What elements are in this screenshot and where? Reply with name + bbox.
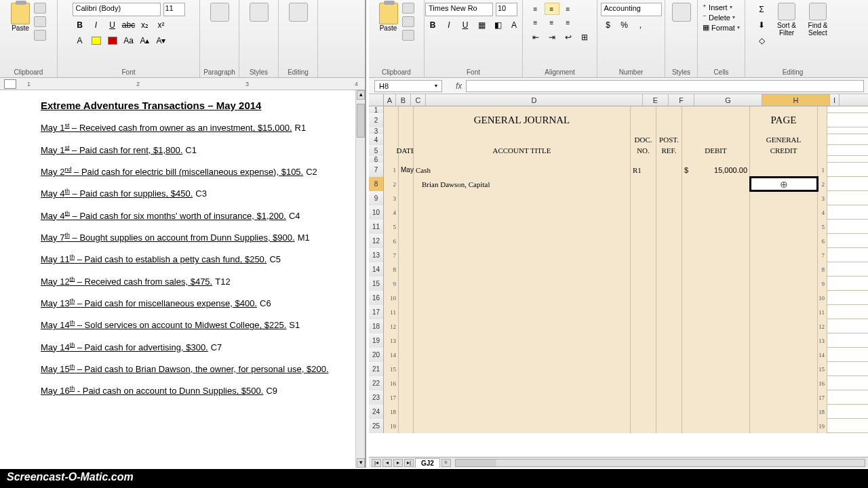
grid-cell[interactable]: 7	[818, 248, 827, 262]
grid-cell[interactable]	[384, 106, 399, 113]
grid-cell[interactable]	[399, 134, 414, 145]
grid-cell[interactable]	[656, 305, 682, 319]
grid-cell[interactable]	[818, 106, 827, 113]
grid-cell[interactable]: 13	[818, 333, 827, 348]
word-vertical-scrollbar[interactable]: ▴ ▾	[355, 90, 365, 468]
grid-cell[interactable]	[631, 390, 656, 405]
align-right-button[interactable]: ≡	[561, 16, 576, 28]
horizontal-scrollbar[interactable]	[455, 459, 865, 467]
row-header[interactable]: 17	[369, 305, 384, 319]
grid-cell[interactable]	[656, 248, 682, 262]
grid-cell[interactable]	[631, 319, 656, 333]
grid-cell[interactable]	[818, 134, 827, 145]
grid-cell[interactable]	[750, 191, 818, 205]
row-header[interactable]: 8	[369, 177, 384, 191]
grid-cell[interactable]	[656, 177, 682, 191]
grid-cell[interactable]	[656, 127, 682, 134]
grid-cell[interactable]	[399, 319, 414, 333]
grid-cell[interactable]	[414, 376, 631, 390]
grid-cell[interactable]	[682, 319, 750, 333]
grid-cell[interactable]: 15	[818, 362, 827, 376]
grid-cell[interactable]: 2	[384, 177, 399, 191]
debit-header[interactable]: DEBIT	[682, 145, 750, 156]
grid-cell[interactable]	[631, 106, 656, 113]
page-label[interactable]: PAGE	[750, 113, 818, 127]
grid-cell[interactable]	[399, 333, 414, 348]
grid-cell[interactable]	[682, 390, 750, 405]
col-header-A[interactable]: A	[384, 94, 396, 106]
grid-cell[interactable]	[414, 191, 631, 205]
account-header[interactable]: ACCOUNT TITLE	[414, 145, 631, 156]
grid-cell[interactable]	[399, 405, 414, 419]
grid-cell[interactable]: 14	[384, 348, 399, 362]
delete-button[interactable]: ⁻Delete▾	[703, 13, 740, 22]
row-header[interactable]: 4	[369, 134, 384, 145]
align-bottom-button[interactable]: ≡	[561, 3, 576, 15]
grid-cell[interactable]	[399, 127, 414, 134]
grid-cell[interactable]	[414, 405, 631, 419]
grid-cell[interactable]	[750, 348, 818, 362]
col-header-F[interactable]: F	[669, 94, 694, 106]
percent-button[interactable]: %	[617, 18, 632, 32]
borders-button[interactable]: ▦	[474, 18, 489, 32]
grid-cell[interactable]	[414, 305, 631, 319]
grid-cell[interactable]	[682, 291, 750, 305]
grid-cell[interactable]	[631, 405, 656, 419]
autosum-button[interactable]: Σ	[754, 3, 769, 16]
credit-header[interactable]: CREDIT	[750, 145, 818, 156]
excel-format-painter-button[interactable]	[402, 30, 414, 41]
row-header[interactable]: 7	[369, 163, 384, 177]
grid-cell[interactable]	[656, 234, 682, 248]
paragraph-icon[interactable]	[210, 3, 229, 22]
grid-cell[interactable]	[414, 362, 631, 376]
comma-button[interactable]: ,	[633, 18, 648, 32]
word-content[interactable]: Extreme Adventures Transactions – May 20…	[0, 90, 365, 413]
col-header-D[interactable]: D	[426, 94, 643, 106]
name-box[interactable]: H8▾	[374, 80, 442, 92]
row-header[interactable]: 22	[369, 376, 384, 390]
superscript-button[interactable]: x²	[154, 18, 169, 32]
find-select-button[interactable]: Find & Select	[804, 3, 831, 37]
post-ref-header[interactable]: REF.	[656, 145, 682, 156]
grid-cell[interactable]	[631, 348, 656, 362]
grid-cell[interactable]	[750, 390, 818, 405]
grid-cell[interactable]	[399, 277, 414, 291]
grid-cell[interactable]	[656, 205, 682, 220]
grid-cell[interactable]: 12	[384, 319, 399, 333]
text-effects-button[interactable]: A	[73, 34, 87, 47]
grid-cell[interactable]	[414, 319, 631, 333]
grid-cell[interactable]: 2	[818, 177, 827, 191]
grid-cell[interactable]: 19	[384, 419, 399, 433]
grid-cell[interactable]	[750, 220, 818, 234]
underline-button[interactable]: U	[105, 18, 120, 32]
grid-cell[interactable]	[682, 248, 750, 262]
grid-cell[interactable]: 9	[384, 277, 399, 291]
grid-cell[interactable]	[656, 291, 682, 305]
grid-cell[interactable]	[414, 106, 631, 113]
tab-first-button[interactable]: |◂	[372, 459, 381, 467]
grid-cell[interactable]	[682, 177, 750, 191]
decrease-indent-button[interactable]: ⇤	[528, 30, 543, 44]
tab-prev-button[interactable]: ◂	[382, 459, 392, 467]
grid-cell[interactable]	[399, 419, 414, 433]
grid-cell[interactable]	[750, 419, 818, 433]
scroll-thumb[interactable]	[357, 104, 365, 138]
align-center-button[interactable]: ≡	[545, 16, 559, 28]
grid-cell[interactable]	[750, 234, 818, 248]
grid-cell[interactable]	[682, 134, 750, 145]
grid-cell[interactable]	[631, 262, 656, 277]
insert-button[interactable]: ⁺Insert▾	[703, 3, 740, 12]
journal-title[interactable]: GENERAL JOURNAL	[414, 113, 631, 127]
format-button[interactable]: ▦Format▾	[703, 23, 740, 32]
font-size-select[interactable]: 11	[163, 3, 185, 16]
col-header-G[interactable]: G	[694, 94, 762, 106]
col-header-C[interactable]: C	[411, 94, 426, 106]
grid-cell[interactable]	[631, 127, 656, 134]
grid-cell[interactable]	[656, 106, 682, 113]
grid-cell[interactable]: May 1	[399, 163, 414, 177]
grid-cell[interactable]	[631, 113, 656, 127]
grid-cell[interactable]	[750, 362, 818, 376]
grid-cell[interactable]	[631, 419, 656, 433]
grid-cell[interactable]	[656, 113, 682, 127]
grid-cell[interactable]	[631, 362, 656, 376]
